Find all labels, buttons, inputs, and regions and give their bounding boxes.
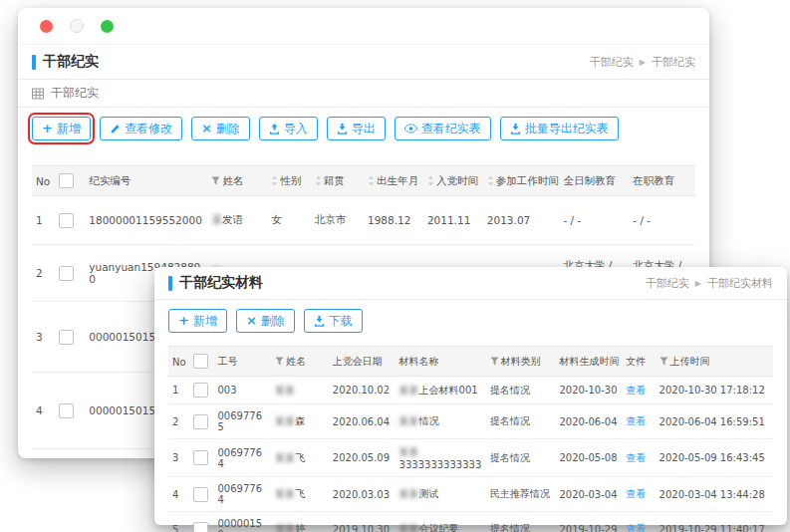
cell-text: 2020-10-30 17:18:12	[659, 385, 765, 396]
view-edit-button[interactable]: 查看修改	[100, 117, 182, 140]
view-file-link[interactable]: 查看	[626, 415, 646, 426]
cell-check	[189, 477, 213, 512]
minimize-window-dot[interactable]	[70, 19, 84, 33]
cell-upload_time: 2020-06-04 16:59:51	[656, 404, 773, 439]
cell-file: 查看	[622, 404, 655, 439]
cell-name: 某某婷	[271, 512, 329, 532]
breadcrumb-item[interactable]: 干部纪实	[646, 276, 689, 291]
column-header-birth[interactable]: 出生年月	[364, 166, 423, 196]
batch-export-button[interactable]: 批量导出纪实表	[500, 117, 619, 140]
cell-check	[189, 377, 213, 404]
column-label: 性别	[280, 174, 301, 186]
add-button[interactable]: +新增	[32, 117, 91, 140]
cell-no: 1	[168, 377, 189, 404]
cell-text: 1	[36, 214, 43, 226]
import-button[interactable]: 导入	[259, 117, 318, 140]
view-file-link[interactable]: 查看	[626, 385, 646, 396]
select-all-checkbox[interactable]	[193, 354, 208, 369]
close-window-dot[interactable]	[40, 20, 53, 33]
cell-text: 2020.05.09	[333, 452, 390, 463]
cell-text: 3333333333333	[399, 459, 482, 470]
page-title: 干部纪实材料	[168, 274, 263, 292]
view-file-link[interactable]: 查看	[626, 452, 646, 463]
column-header-party[interactable]: 入党时间	[423, 166, 483, 196]
row-checkbox[interactable]	[59, 266, 74, 281]
close-icon: ×	[201, 124, 212, 133]
delete-button[interactable]: ×删除	[191, 117, 250, 140]
cell-category: 民主推荐情况	[486, 477, 556, 512]
download-button[interactable]: 下载	[304, 309, 363, 333]
column-header-name[interactable]: 姓名	[271, 347, 329, 377]
cell-check	[189, 512, 213, 532]
add-button[interactable]: +新增	[168, 309, 227, 333]
column-header-work[interactable]: 参加工作时间	[483, 166, 560, 196]
row-checkbox[interactable]	[193, 383, 208, 398]
row-checkbox[interactable]	[59, 213, 74, 228]
plus-icon: +	[42, 124, 53, 133]
edit-icon	[110, 124, 121, 134]
table-row: 1003某某2020.10.02某某上会材料001提名情况2020-10-30查…	[168, 377, 773, 404]
column-header-gender[interactable]: 性别	[267, 166, 310, 196]
row-checkbox[interactable]	[193, 450, 208, 465]
breadcrumb-item-current: 干部纪实材料	[707, 276, 773, 291]
redacted-text: 某	[211, 213, 222, 225]
breadcrumb-item[interactable]: 干部纪实	[590, 55, 634, 70]
column-label: 参加工作时间	[496, 174, 559, 186]
column-label: 材料名称	[399, 356, 439, 367]
cell-material_name: 某某情况	[395, 404, 486, 439]
cell-text: 飞	[295, 452, 305, 463]
cell-material_name: 某某上会材料001	[395, 377, 486, 404]
cell-emp_id: 00697764	[214, 439, 272, 477]
cell-text: 4	[172, 489, 178, 500]
cell-text: 提名情况	[490, 385, 530, 396]
column-header-name[interactable]: 姓名	[207, 166, 267, 196]
cell-edu_full: - / -	[559, 196, 629, 245]
row-checkbox[interactable]	[59, 330, 74, 345]
export-button[interactable]: 导出	[327, 117, 386, 140]
column-label: 姓名	[222, 174, 243, 186]
row-checkbox[interactable]	[193, 522, 208, 532]
cell-text: 2020.03.03	[333, 489, 390, 500]
cell-text: 2020-06-04	[559, 416, 617, 427]
redacted-text: 某某	[399, 446, 419, 457]
cell-text: 3	[172, 452, 178, 463]
column-header-file: 文件	[622, 347, 655, 377]
cell-text: 2020-05-09 16:43:45	[659, 452, 765, 463]
cell-gender: 女	[267, 196, 310, 245]
cell-no: 3	[168, 439, 189, 477]
view-record-table-button[interactable]: 查看纪实表	[395, 117, 491, 140]
cell-party: 2011.11	[423, 196, 483, 245]
row-checkbox[interactable]	[193, 414, 208, 429]
view-file-link[interactable]: 查看	[626, 488, 646, 499]
maximize-window-dot[interactable]	[101, 20, 114, 33]
table-row: 500000150某某婷2019.10.30某某会议纪要提名情况2019-10-…	[168, 512, 773, 532]
breadcrumb-separator-icon: ▶	[640, 58, 646, 67]
cell-no: 2	[32, 245, 55, 302]
cell-meeting_date: 2020.06.04	[329, 404, 395, 439]
delete-button[interactable]: ×删除	[236, 309, 295, 333]
column-label: 出生年月	[377, 174, 418, 186]
cell-text: 上会材料001	[419, 385, 478, 396]
cell-meeting_date: 2020.10.02	[329, 377, 395, 404]
column-header-category[interactable]: 材料类别	[486, 347, 556, 377]
column-header-upload_time[interactable]: 上传时间	[656, 347, 773, 377]
sort-icon	[487, 175, 494, 186]
filter-icon	[659, 357, 668, 366]
row-checkbox[interactable]	[59, 403, 74, 418]
column-header-native[interactable]: 籍贯	[311, 166, 364, 196]
cell-text: 4	[36, 404, 43, 416]
view-file-link[interactable]: 查看	[626, 523, 646, 532]
cell-text: 提名情况	[490, 523, 530, 532]
cell-check	[189, 439, 213, 477]
cell-text: 提名情况	[490, 415, 530, 426]
cell-text: 森	[295, 415, 305, 426]
cell-text: 2019-10-29 11:40:17	[659, 524, 765, 532]
select-all-checkbox[interactable]	[59, 173, 74, 188]
cell-category: 提名情况	[486, 439, 556, 477]
cell-gen_time: 2020-05-08	[555, 439, 622, 477]
cell-text: 2	[36, 267, 43, 279]
row-checkbox[interactable]	[193, 487, 208, 502]
cell-text: 2020-06-04 16:59:51	[659, 416, 765, 427]
cell-text: - / -	[563, 214, 581, 226]
cell-gen_time: 2020-03-04	[555, 477, 622, 512]
